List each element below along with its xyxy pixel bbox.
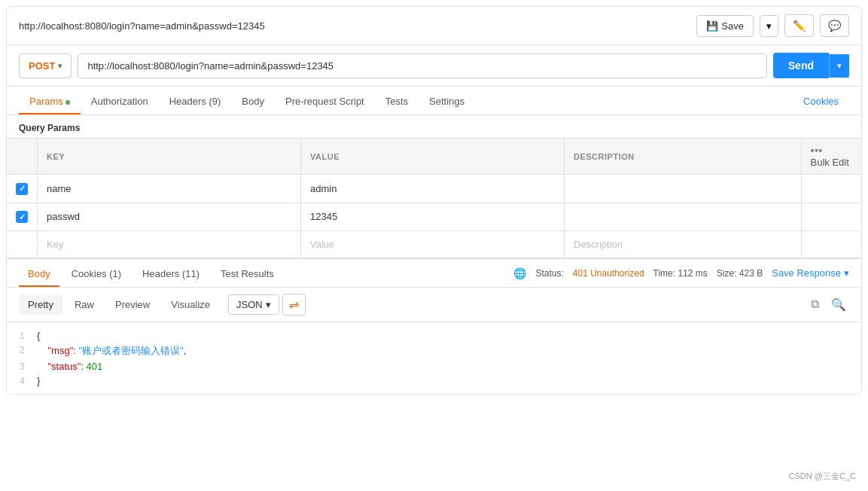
row3-value-cell: Value — [301, 231, 565, 258]
th-value: VALUE — [301, 139, 565, 175]
edit-icon: ✏️ — [793, 20, 806, 32]
size-label: Size: 423 B — [717, 268, 763, 279]
code-line-4: 4 } — [7, 374, 861, 388]
line-num-2: 2 — [7, 344, 37, 355]
row1-actions-cell — [801, 175, 861, 203]
time-label: Time: 112 ms — [653, 268, 708, 279]
top-bar-actions: 💾 Save ▾ ✏️ 💬 — [696, 14, 849, 37]
row2-desc-cell — [565, 203, 802, 231]
row2-key-cell: passwd — [38, 203, 301, 231]
params-dot — [65, 100, 70, 105]
json-format-selector[interactable]: JSON ▾ — [228, 294, 279, 315]
format-tab-visualize[interactable]: Visualize — [162, 294, 219, 315]
send-button[interactable]: Send — [773, 53, 829, 78]
status-text: Unauthorized — [590, 268, 644, 279]
code-line-2: 2 "msg": "账户或者密码输入错误", — [7, 343, 861, 359]
table-row: name admin — [7, 175, 861, 203]
time-value: 112 ms — [678, 268, 707, 279]
format-tab-preview[interactable]: Preview — [106, 294, 159, 315]
chevron-down-icon: ▾ — [266, 299, 271, 310]
top-bar: http://localhost:8080/login?name=admin&p… — [7, 7, 861, 45]
line-content-3: "status": 401 — [37, 361, 861, 372]
line-num-3: 3 — [7, 361, 37, 372]
row2-value-cell: 12345 — [301, 203, 565, 231]
save-icon: 💾 — [706, 20, 718, 32]
save-button[interactable]: 💾 Save — [696, 15, 754, 37]
row2-value: 12345 — [310, 211, 337, 222]
row1-checkbox-cell — [7, 175, 38, 203]
format-tab-pretty[interactable]: Pretty — [19, 294, 62, 315]
status-label: Status: — [535, 268, 563, 279]
tab-headers[interactable]: Headers (9) — [159, 87, 232, 114]
row1-key: name — [47, 183, 72, 194]
chevron-down-icon: ▾ — [58, 62, 62, 70]
tab-body[interactable]: Body — [231, 87, 275, 114]
resp-tab-headers[interactable]: Headers (11) — [133, 259, 209, 287]
status-code: 401 — [573, 268, 588, 279]
globe-icon: 🌐 — [513, 267, 526, 279]
row2-checkbox[interactable] — [16, 211, 28, 223]
code-block: 1 { 2 "msg": "账户或者密码输入错误", 3 "status": 4… — [7, 322, 861, 394]
row3-desc-cell: Description — [565, 231, 802, 258]
table-row: Key Value Description — [7, 231, 861, 258]
tab-tests[interactable]: Tests — [375, 87, 419, 114]
copy-icon[interactable]: ⧉ — [808, 294, 822, 315]
send-dropdown-button[interactable]: ▾ — [829, 54, 849, 78]
bulk-edit-button[interactable]: Bulk Edit — [811, 157, 849, 168]
top-bar-url: http://localhost:8080/login?name=admin&p… — [19, 20, 265, 32]
size-value: 423 B — [739, 268, 763, 279]
line-content-2: "msg": "账户或者密码输入错误", — [37, 344, 861, 358]
row1-checkbox[interactable] — [16, 183, 28, 195]
row2-key: passwd — [47, 211, 80, 222]
table-row: passwd 12345 — [7, 203, 861, 231]
save-label: Save — [721, 20, 744, 32]
th-key: KEY — [38, 139, 301, 175]
row1-key-cell: name — [38, 175, 301, 203]
row1-value: admin — [310, 183, 337, 194]
tab-settings[interactable]: Settings — [419, 87, 475, 114]
params-table: KEY VALUE DESCRIPTION ••• Bulk Edit — [7, 138, 861, 258]
method-selector[interactable]: POST ▾ — [19, 53, 72, 78]
line-content-4: } — [37, 375, 861, 386]
search-icon[interactable]: 🔍 — [828, 294, 849, 315]
request-tabs: Params Authorization Headers (9) Body Pr… — [7, 87, 861, 115]
tab-cookies[interactable]: Cookies — [793, 87, 849, 114]
row1-value-cell: admin — [301, 175, 565, 203]
response-tabs: Body Cookies (1) Headers (11) Test Resul… — [7, 258, 861, 288]
comment-button[interactable]: 💬 — [820, 14, 849, 37]
row3-actions-cell — [801, 231, 861, 258]
format-actions: ⧉ 🔍 — [808, 294, 849, 315]
edit-button[interactable]: ✏️ — [784, 14, 814, 37]
url-input[interactable] — [78, 53, 766, 78]
row3-checkbox-cell — [7, 231, 38, 258]
send-button-group: Send ▾ — [773, 53, 849, 78]
format-bar: Pretty Raw Preview Visualize JSON ▾ ⇌ ⧉ … — [7, 288, 861, 322]
row3-key-placeholder: Key — [47, 239, 63, 250]
tab-params[interactable]: Params — [19, 87, 81, 114]
row2-checkbox-cell — [7, 203, 38, 231]
line-num-4: 4 — [7, 375, 37, 386]
tab-authorization[interactable]: Authorization — [81, 87, 159, 114]
row1-desc-cell — [565, 175, 802, 203]
query-params-title: Query Params — [7, 115, 861, 138]
response-status-area: 🌐 Status: 401 Unauthorized Time: 112 ms … — [513, 267, 849, 279]
wrap-button[interactable]: ⇌ — [282, 294, 306, 316]
row3-value-placeholder: Value — [310, 239, 334, 250]
method-label: POST — [29, 60, 55, 72]
chevron-down-icon: ▾ — [844, 267, 849, 279]
th-actions: ••• Bulk Edit — [801, 139, 861, 175]
tab-pre-request-script[interactable]: Pre-request Script — [275, 87, 375, 114]
save-response-button[interactable]: Save Response ▾ — [772, 267, 849, 279]
line-content-1: { — [37, 330, 861, 341]
save-dropdown-button[interactable]: ▾ — [760, 15, 778, 37]
th-description: DESCRIPTION — [565, 139, 802, 175]
row2-actions-cell — [801, 203, 861, 231]
th-checkbox — [7, 139, 38, 175]
resp-tab-test-results[interactable]: Test Results — [212, 259, 283, 287]
format-tab-raw[interactable]: Raw — [65, 294, 103, 315]
more-icon[interactable]: ••• — [811, 145, 823, 157]
code-line-1: 1 { — [7, 328, 861, 343]
url-bar: POST ▾ Send ▾ — [7, 45, 861, 87]
resp-tab-body[interactable]: Body — [19, 259, 59, 287]
resp-tab-cookies[interactable]: Cookies (1) — [62, 259, 130, 287]
